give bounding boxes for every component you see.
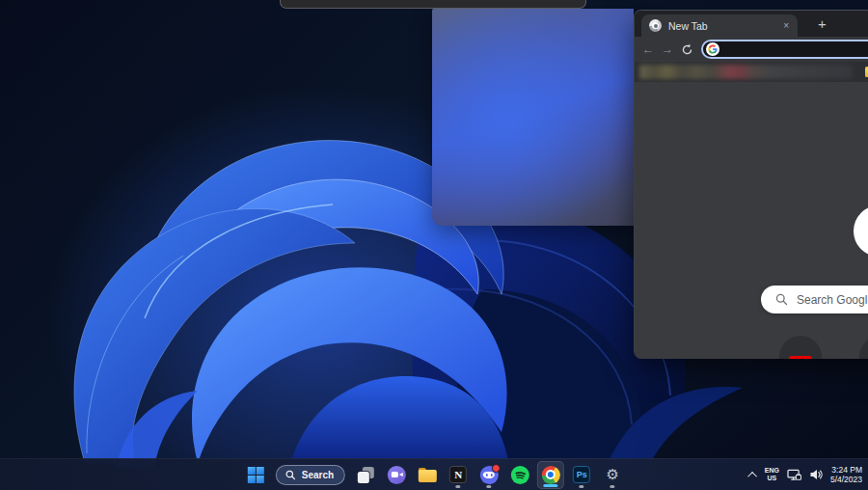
taskbar-center-cluster: Search N [242, 459, 626, 490]
notion-button[interactable]: N [445, 461, 472, 489]
frosted-glass-window [432, 9, 634, 226]
taskbar-search[interactable]: Search [276, 465, 345, 485]
tab-new-tab[interactable]: New Tab × [641, 14, 798, 37]
google-logo-icon [706, 42, 719, 56]
search-icon [775, 293, 788, 306]
spotify-button[interactable] [506, 461, 533, 489]
desktop: New Tab × + ← → [0, 0, 868, 490]
task-view-icon [358, 467, 374, 483]
search-icon [285, 470, 296, 480]
notification-badge [492, 464, 501, 473]
tab-close-icon[interactable]: × [782, 20, 790, 31]
active-window-indicator [544, 484, 558, 487]
discord-icon [480, 466, 499, 484]
video-camera-icon [388, 466, 406, 484]
chrome-toolbar: ← → [635, 37, 868, 62]
video-app-button[interactable] [383, 461, 410, 489]
chrome-button[interactable] [537, 461, 564, 489]
forward-icon[interactable]: → [662, 43, 673, 55]
tray-date: 5/4/2023 [830, 475, 862, 484]
running-indicator [580, 485, 584, 488]
tray-time: 3:24 PM [831, 465, 862, 475]
back-icon[interactable]: ← [642, 43, 654, 55]
notion-icon: N [449, 466, 467, 483]
network-icon[interactable] [787, 469, 801, 481]
running-indicator [456, 485, 461, 488]
folder-icon [419, 468, 437, 482]
gear-icon: ⚙ [606, 468, 618, 482]
settings-button[interactable]: ⚙ [599, 461, 626, 489]
volume-icon[interactable] [809, 469, 823, 480]
blurred-bookmarks [639, 65, 853, 79]
ntp-search-text: Search Google [797, 293, 868, 307]
refresh-icon[interactable] [681, 43, 693, 56]
language-code: ENG [765, 467, 779, 474]
photoshop-icon: Ps [573, 466, 590, 483]
address-bar[interactable] [701, 40, 868, 59]
new-tab-button[interactable]: + [812, 13, 832, 37]
language-indicator[interactable]: ENG US [765, 467, 779, 482]
running-indicator [487, 485, 492, 488]
tnt-site-icon: Tnt [789, 356, 812, 360]
file-explorer-button[interactable] [414, 461, 441, 489]
system-tray: ENG US [750, 459, 862, 490]
region-code: US [767, 475, 776, 481]
task-view-button[interactable] [352, 461, 379, 489]
start-button[interactable] [242, 461, 269, 489]
ntp-logo-circle [854, 205, 868, 257]
running-indicator [610, 485, 615, 488]
spotify-icon [511, 466, 529, 484]
chrome-window: New Tab × + ← → [634, 10, 868, 359]
taskbar: Search N [0, 458, 868, 490]
new-tab-page: Search Google Tnt [635, 82, 868, 359]
bookmarks-bar [635, 62, 868, 82]
clock[interactable]: 3:24 PM 5/4/2023 [830, 465, 862, 484]
tab-title: New Tab [668, 20, 782, 32]
shortcut-tile-tnt[interactable]: Tnt [779, 336, 822, 359]
shortcut-tile[interactable] [859, 336, 868, 359]
offscreen-window-edge [280, 0, 586, 9]
chrome-favicon-icon [649, 19, 662, 32]
discord-button[interactable] [475, 461, 502, 489]
hidden-icons-chevron-icon[interactable] [747, 471, 757, 480]
ntp-search-box[interactable]: Search Google [761, 286, 868, 313]
search-label: Search [302, 470, 334, 480]
chrome-icon [542, 466, 560, 484]
chrome-tab-strip: New Tab × + [635, 11, 868, 37]
windows-logo-icon [247, 467, 263, 483]
photoshop-button[interactable]: Ps [568, 461, 595, 489]
